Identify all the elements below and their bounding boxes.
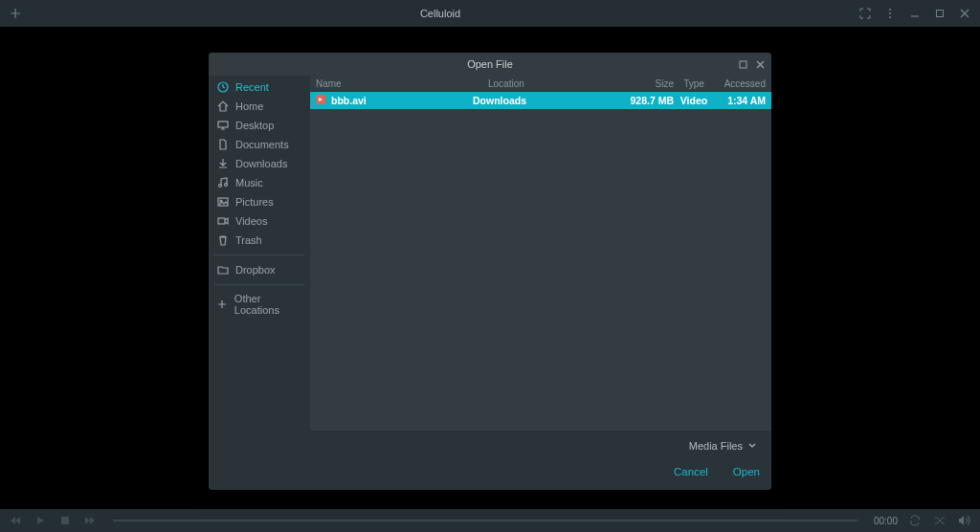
sidebar-item-other-locations[interactable]: Other Locations	[209, 290, 310, 319]
svg-rect-5	[740, 61, 746, 68]
svg-point-0	[889, 9, 891, 11]
file-size: 928.7 MB	[611, 95, 674, 106]
dialog-titlebar: Open File	[209, 53, 771, 76]
filter-dropdown[interactable]: Media Files	[683, 436, 762, 455]
shuffle-button[interactable]	[932, 513, 947, 528]
svg-rect-3	[937, 11, 944, 17]
sidebar-item-label: Other Locations	[234, 293, 302, 316]
sidebar-item-label: Trash	[235, 234, 262, 246]
svg-point-8	[219, 185, 222, 188]
sidebar-item-downloads[interactable]: Downloads	[209, 154, 310, 173]
sidebar-item-label: Home	[235, 100, 263, 112]
sidebar-item-music[interactable]: Music	[209, 173, 310, 192]
sidebar-item-label: Dropbox	[235, 264, 276, 276]
fullscreen-icon[interactable]	[856, 4, 875, 23]
filter-label: Media Files	[689, 440, 743, 452]
video-icon	[216, 214, 230, 228]
progress-slider[interactable]	[113, 520, 858, 521]
file-accessed: 1:34 AM	[714, 95, 766, 106]
open-file-dialog: Open File RecentHomeDesktopDocumentsDown…	[209, 53, 771, 490]
file-list: bbb.aviDownloads928.7 MBVideo1:34 AM	[310, 92, 771, 431]
sidebar-item-label: Downloads	[235, 158, 287, 169]
trash-icon	[216, 233, 230, 247]
dialog-body: RecentHomeDesktopDocumentsDownloadsMusic…	[209, 76, 771, 431]
sidebar-item-trash[interactable]: Trash	[209, 231, 310, 250]
home-icon	[216, 100, 230, 113]
col-header-location[interactable]: Location	[488, 78, 611, 89]
prev-button[interactable]	[8, 513, 23, 528]
col-header-name[interactable]: Name	[316, 78, 488, 89]
sidebar-item-home[interactable]: Home	[209, 97, 310, 116]
close-window-icon[interactable]	[955, 4, 974, 23]
open-button[interactable]: Open	[731, 463, 762, 480]
plus-icon	[216, 298, 229, 311]
file-location: Downloads	[473, 95, 611, 106]
svg-point-9	[225, 184, 228, 187]
app-window: Celluloid	[0, 0, 980, 532]
cancel-button[interactable]: Cancel	[672, 463, 710, 480]
menu-icon[interactable]	[880, 4, 900, 23]
sidebar: RecentHomeDesktopDocumentsDownloadsMusic…	[209, 76, 310, 431]
file-panel: Name Location Size Type Accessed bbb.avi…	[310, 76, 771, 431]
sidebar-item-pictures[interactable]: Pictures	[209, 192, 310, 211]
svg-point-2	[889, 16, 891, 18]
next-button[interactable]	[82, 513, 98, 528]
sidebar-item-videos[interactable]: Videos	[209, 211, 310, 231]
sidebar-item-documents[interactable]: Documents	[209, 135, 310, 154]
sidebar-separator	[214, 284, 304, 285]
dialog-close-icon[interactable]	[752, 56, 768, 72]
add-button[interactable]	[6, 4, 25, 23]
sidebar-item-label: Desktop	[235, 120, 274, 131]
maximize-icon[interactable]	[930, 4, 949, 23]
svg-rect-12	[218, 218, 225, 224]
folder-icon	[216, 263, 230, 277]
col-header-type[interactable]: Type	[674, 78, 714, 89]
picture-icon	[216, 195, 230, 209]
svg-rect-7	[218, 122, 228, 127]
column-headers[interactable]: Name Location Size Type Accessed	[310, 76, 771, 92]
sidebar-separator	[214, 255, 304, 255]
sidebar-item-label: Music	[235, 177, 263, 188]
music-icon	[216, 176, 230, 189]
minimize-icon[interactable]	[905, 4, 924, 23]
volume-button[interactable]	[957, 513, 972, 528]
app-title: Celluloid	[25, 8, 856, 19]
sidebar-item-dropbox[interactable]: Dropbox	[209, 260, 310, 279]
play-button[interactable]	[33, 513, 48, 528]
sidebar-item-recent[interactable]: Recent	[209, 78, 310, 97]
file-row[interactable]: bbb.aviDownloads928.7 MBVideo1:34 AM	[310, 92, 771, 109]
dialog-footer: Media Files Cancel Open	[209, 431, 771, 490]
header-bar: Celluloid	[0, 0, 980, 27]
clock-icon	[216, 80, 230, 94]
desktop-icon	[216, 119, 230, 132]
sidebar-item-label: Pictures	[235, 196, 274, 208]
svg-point-1	[889, 12, 891, 14]
stop-button[interactable]	[57, 513, 73, 528]
document-icon	[216, 138, 230, 151]
sidebar-item-label: Recent	[235, 81, 269, 93]
svg-rect-4	[61, 517, 69, 524]
col-header-size[interactable]: Size	[611, 78, 674, 89]
dialog-maximize-icon[interactable]	[735, 56, 750, 72]
dialog-title: Open File	[467, 58, 513, 70]
chevron-down-icon	[748, 443, 756, 449]
file-type: Video	[674, 95, 714, 106]
file-video-icon	[316, 95, 327, 106]
download-icon	[216, 157, 230, 170]
loop-button[interactable]	[907, 513, 923, 528]
sidebar-item-desktop[interactable]: Desktop	[209, 116, 310, 135]
controls-bar: 00:00	[0, 509, 980, 532]
file-name: bbb.avi	[331, 95, 367, 106]
col-header-accessed[interactable]: Accessed	[714, 78, 766, 89]
sidebar-item-label: Videos	[235, 215, 267, 227]
time-label: 00:00	[874, 516, 898, 526]
sidebar-item-label: Documents	[235, 139, 289, 150]
